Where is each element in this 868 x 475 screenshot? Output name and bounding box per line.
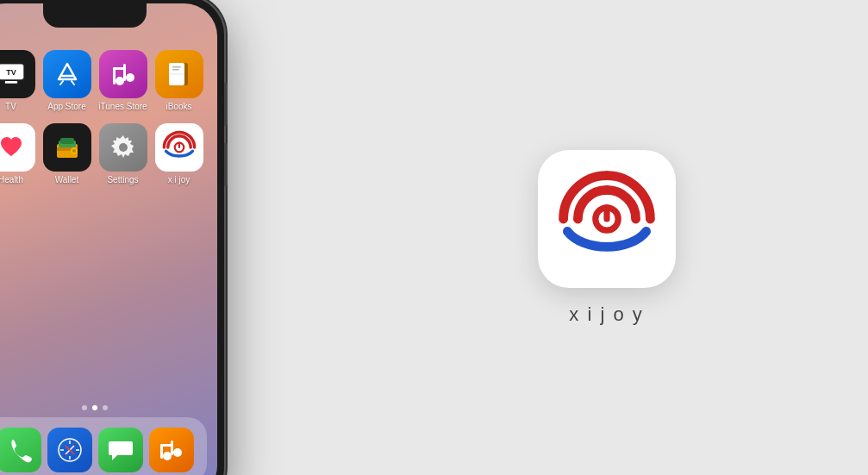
- dot-2: [92, 405, 97, 410]
- large-xijoy-label: x i j o y: [569, 303, 643, 326]
- svg-rect-9: [113, 67, 126, 70]
- svg-point-33: [173, 448, 182, 457]
- app-itunes[interactable]: iTunes Store: [98, 50, 147, 111]
- app-settings[interactable]: Settings: [98, 123, 147, 184]
- dock-messages[interactable]: [98, 428, 143, 472]
- app-health[interactable]: Health: [0, 123, 35, 184]
- svg-rect-14: [172, 69, 179, 71]
- app-ibooks-label: iBooks: [165, 102, 191, 111]
- app-ibooks[interactable]: iBooks: [154, 50, 203, 111]
- app-xijoy-small-label: x i joy: [168, 175, 190, 184]
- dock-music[interactable]: [149, 428, 194, 472]
- svg-rect-1: [4, 81, 16, 84]
- app-appstore[interactable]: App Store: [42, 50, 91, 111]
- phone-notch: [43, 3, 147, 28]
- dot-1: [82, 405, 87, 410]
- phone-mockup: TV TV: [0, 0, 241, 475]
- svg-rect-13: [172, 66, 181, 68]
- app-tv-label: TV: [5, 102, 16, 111]
- app-settings-label: Settings: [107, 175, 138, 184]
- app-grid: TV TV: [0, 50, 203, 184]
- app-xijoy-small[interactable]: x i joy: [154, 123, 203, 184]
- svg-rect-18: [60, 138, 74, 144]
- svg-rect-34: [171, 441, 173, 455]
- svg-point-20: [72, 149, 76, 153]
- app-wallet[interactable]: Wallet: [42, 123, 91, 184]
- app-itunes-label: iTunes Store: [98, 102, 147, 111]
- phone-frame: TV TV: [0, 0, 224, 475]
- svg-text:TV: TV: [6, 67, 16, 76]
- svg-point-32: [163, 452, 172, 460]
- app-tv[interactable]: TV TV: [0, 50, 35, 111]
- dot-3: [103, 405, 108, 410]
- app-appstore-label: App Store: [47, 102, 85, 111]
- dock: [0, 417, 207, 476]
- right-panel: x i j o y: [345, 150, 868, 326]
- dock-safari[interactable]: [47, 428, 92, 472]
- app-wallet-label: Wallet: [55, 175, 78, 184]
- svg-rect-36: [160, 444, 173, 447]
- svg-point-22: [119, 143, 128, 152]
- svg-point-6: [126, 73, 134, 82]
- svg-point-5: [116, 77, 124, 85]
- page-dots: [0, 405, 217, 410]
- large-xijoy-icon: [538, 150, 676, 288]
- app-health-label: Health: [0, 175, 23, 184]
- phone-screen: TV TV: [0, 3, 217, 476]
- svg-rect-7: [123, 64, 126, 81]
- dock-phone[interactable]: [0, 428, 41, 472]
